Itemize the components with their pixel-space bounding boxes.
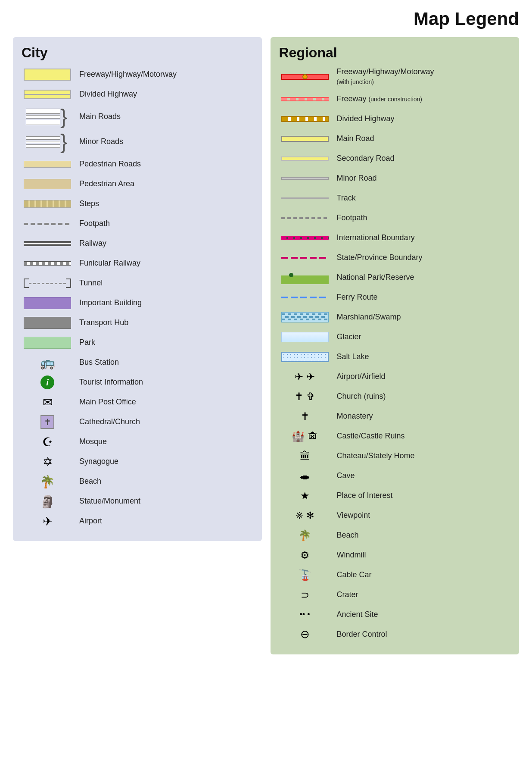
list-item: Tunnel xyxy=(22,275,253,291)
church-reg-label: Church (ruins) xyxy=(337,391,386,401)
statue-icon: 🗿 xyxy=(22,494,73,509)
cave-reg-icon: 🕳 xyxy=(279,470,331,482)
list-item: Secondary Road xyxy=(279,151,511,166)
footpath-reg-symbol xyxy=(279,217,331,219)
freeway-city-label: Freeway/Highway/Motorway xyxy=(79,69,177,79)
beach-city-label: Beach xyxy=(79,476,101,486)
list-item: Pedestrian Area xyxy=(22,176,253,192)
marshland-label: Marshland/Swamp xyxy=(337,312,401,322)
list-item: •• • Ancient Site xyxy=(279,607,511,623)
bus-station-icon: 🚌 xyxy=(22,356,73,370)
main-road-reg-symbol xyxy=(279,136,331,142)
crater-reg-icon: ⊃ xyxy=(279,589,331,601)
salt-lake-symbol xyxy=(279,352,331,362)
ferry-route-label: Ferry Route xyxy=(337,292,378,302)
minor-roads-symbol: } xyxy=(22,131,73,152)
list-item: ✝ Cathedral/Church xyxy=(22,414,253,430)
list-item: Track xyxy=(279,191,511,206)
divided-hwy-city-symbol xyxy=(22,90,73,99)
glacier-symbol xyxy=(279,332,331,342)
list-item: 🚌 Bus Station xyxy=(22,355,253,370)
list-item: Freeway/Highway/Motorway xyxy=(22,67,253,82)
minor-road-reg-symbol xyxy=(279,177,331,180)
list-item: ⚙ Windmill xyxy=(279,548,511,563)
statue-label: Statue/Monument xyxy=(79,496,140,506)
viewpoint-reg-icon: ※ ✻ xyxy=(279,510,331,521)
list-item: Footpath xyxy=(22,216,253,232)
legend-columns: City Freeway/Highway/Motorway Divided Hi… xyxy=(13,37,519,654)
list-item: ✝ ✞ Church (ruins) xyxy=(279,389,511,404)
important-bldg-symbol xyxy=(22,297,73,309)
salt-lake-label: Salt Lake xyxy=(337,352,369,362)
post-office-icon: ✉ xyxy=(22,395,73,410)
beach-city-icon: 🌴 xyxy=(22,475,73,489)
ancient-reg-icon: •• • xyxy=(279,610,331,619)
ferry-route-symbol xyxy=(279,297,331,298)
chateau-reg-label: Chateau/Stately Home xyxy=(337,451,415,461)
list-item: 🚡 Cable Car xyxy=(279,567,511,583)
park-label: Park xyxy=(79,338,95,347)
list-item: Divided Highway xyxy=(22,87,253,102)
tunnel-label: Tunnel xyxy=(79,278,103,288)
divided-hwy-city-label: Divided Highway xyxy=(79,89,137,99)
mosque-icon: ☪ xyxy=(22,435,73,449)
minor-roads-label: Minor Roads xyxy=(79,137,123,147)
list-item: State/Province Boundary xyxy=(279,250,511,266)
border-reg-label: Border Control xyxy=(337,629,387,639)
list-item: ✈ ✈ Airport/Airfield xyxy=(279,369,511,385)
list-item: Salt Lake xyxy=(279,349,511,365)
funicular-label: Funicular Railway xyxy=(79,258,140,268)
list-item: ☪ Mosque xyxy=(22,434,253,450)
div-hwy-reg-symbol xyxy=(279,116,331,122)
monastery-reg-icon: ✝ xyxy=(279,410,331,422)
castle-reg-icon: 🏰 🏚 xyxy=(279,430,331,442)
beach-reg-icon: 🌴 xyxy=(279,529,331,541)
list-item: Railway xyxy=(22,236,253,251)
windmill-reg-icon: ⚙ xyxy=(279,549,331,561)
railway-symbol xyxy=(22,241,73,246)
state-boundary-symbol xyxy=(279,257,331,259)
minor-road-reg-label: Minor Road xyxy=(337,173,377,183)
glacier-label: Glacier xyxy=(337,332,361,342)
airport-reg-icon: ✈ ✈ xyxy=(279,371,331,383)
intl-boundary-symbol xyxy=(279,236,331,240)
airport-reg-label: Airport/Airfield xyxy=(337,372,386,382)
list-item: 🌴 Beach xyxy=(279,528,511,543)
list-item: Freeway (under construction) xyxy=(279,91,511,107)
natl-park-symbol xyxy=(279,271,331,284)
track-reg-label: Track xyxy=(337,193,356,203)
list-item: National Park/Reserve xyxy=(279,270,511,285)
freeway-reg-label: Freeway/Highway/Motorway(with junction) xyxy=(337,67,434,87)
list-item: 🏛 Chateau/Stately Home xyxy=(279,448,511,464)
list-item: Minor Road xyxy=(279,171,511,186)
footpath-reg-label: Footpath xyxy=(337,213,367,223)
main-roads-label: Main Roads xyxy=(79,112,121,122)
viewpoint-reg-label: Viewpoint xyxy=(337,510,370,520)
ped-area-label: Pedestrian Area xyxy=(79,179,134,189)
page: { "title": "Map Legend", "city": { "head… xyxy=(0,0,532,663)
main-roads-symbol: } xyxy=(22,106,73,127)
secondary-road-reg-label: Secondary Road xyxy=(337,153,395,163)
list-item: Steps xyxy=(22,196,253,212)
list-item: Park xyxy=(22,335,253,350)
steps-label: Steps xyxy=(79,199,99,209)
ped-area-symbol xyxy=(22,179,73,189)
funicular-symbol xyxy=(22,261,73,266)
cave-reg-label: Cave xyxy=(337,471,355,481)
monastery-reg-label: Monastery xyxy=(337,411,373,421)
page-title: Map Legend xyxy=(13,9,519,29)
list-item: ✝ Monastery xyxy=(279,409,511,424)
freeway-reg2-label: Freeway (under construction) xyxy=(337,94,423,104)
city-heading: City xyxy=(22,45,253,61)
marshland-symbol xyxy=(279,312,331,322)
list-item: ⊃ Crater xyxy=(279,587,511,603)
state-boundary-label: State/Province Boundary xyxy=(337,253,423,263)
church-reg-icon: ✝ ✞ xyxy=(279,391,331,403)
cathedral-label: Cathedral/Church xyxy=(79,417,140,427)
list-item: Transport Hub xyxy=(22,315,253,331)
list-item: ✈ Airport xyxy=(22,513,253,529)
list-item: Pedestrian Roads xyxy=(22,156,253,172)
border-reg-icon: ⊖ xyxy=(279,628,331,641)
list-item: ※ ✻ Viewpoint xyxy=(279,508,511,523)
list-item: i Tourist Information xyxy=(22,375,253,390)
